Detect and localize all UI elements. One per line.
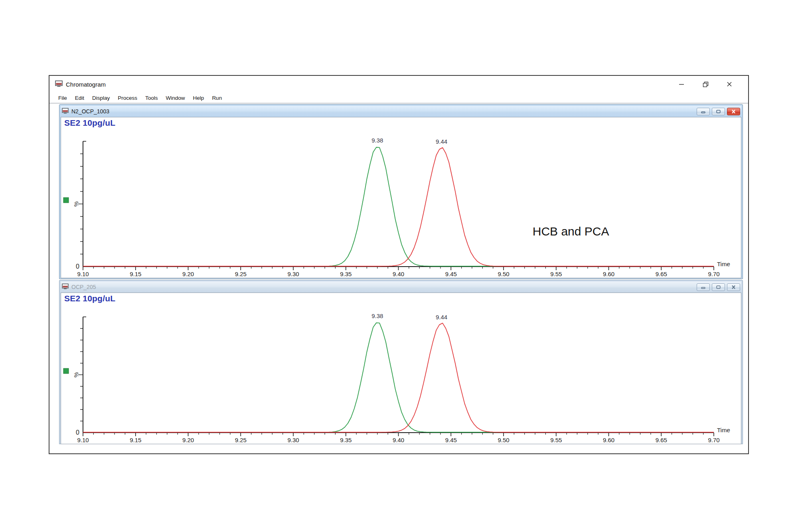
child2-maximize-icon[interactable]: [712, 283, 725, 291]
svg-text:%: %: [73, 372, 79, 377]
chromatogram-app-window: Chromatogram: [49, 75, 749, 454]
svg-text:9.65: 9.65: [656, 437, 667, 443]
svg-text:9.30: 9.30: [287, 437, 299, 443]
svg-text:Time: Time: [717, 427, 730, 433]
child-window-ocp-205: OCP_205: [59, 280, 743, 444]
child2-window-icon: [62, 283, 69, 291]
menu-bar: File Edit Display Process Tools Window H…: [49, 93, 748, 103]
child1-close-icon[interactable]: [727, 108, 740, 115]
window-controls: [677, 76, 734, 93]
svg-text:HCB and PCA: HCB and PCA: [533, 225, 609, 238]
svg-text:9.65: 9.65: [656, 271, 667, 277]
svg-text:9.10: 9.10: [77, 271, 89, 277]
svg-text:9.55: 9.55: [550, 437, 562, 443]
child1-caption-buttons: [697, 108, 740, 115]
menu-item-display[interactable]: Display: [88, 95, 114, 101]
child2-close-icon[interactable]: [727, 283, 740, 291]
svg-text:9.60: 9.60: [603, 271, 614, 277]
child1-minimize-icon[interactable]: [697, 108, 710, 115]
svg-text:9.15: 9.15: [130, 437, 141, 443]
child-window-n2-ocp-1003: N2_OCP_1003: [59, 104, 743, 279]
child1-title: N2_OCP_1003: [71, 108, 109, 115]
menu-item-window[interactable]: Window: [162, 95, 189, 101]
svg-text:9.35: 9.35: [340, 437, 352, 443]
child2-title: OCP_205: [71, 284, 96, 290]
menu-item-file[interactable]: File: [54, 95, 71, 101]
svg-text:9.70: 9.70: [708, 437, 719, 443]
svg-text:9.25: 9.25: [235, 437, 247, 443]
mdi-client-area: N2_OCP_1003: [49, 103, 748, 453]
close-icon[interactable]: [725, 80, 734, 89]
svg-text:9.38: 9.38: [371, 312, 383, 319]
svg-text:9.40: 9.40: [393, 437, 404, 443]
child2-minimize-icon[interactable]: [697, 283, 710, 291]
child1-window-icon: [62, 108, 69, 115]
child1-sample-label: SE2 10pg/uL: [64, 118, 115, 128]
svg-text:9.44: 9.44: [436, 314, 447, 320]
menu-item-edit[interactable]: Edit: [71, 95, 88, 101]
svg-text:9.55: 9.55: [550, 271, 562, 277]
chromatogram-plot-1: %09.109.159.209.259.309.359.409.459.509.…: [61, 117, 741, 278]
svg-text:9.15: 9.15: [130, 271, 141, 277]
child2-titlebar[interactable]: OCP_205: [61, 281, 741, 293]
svg-text:9.45: 9.45: [445, 437, 457, 443]
svg-text:Time: Time: [717, 261, 730, 267]
menu-item-process[interactable]: Process: [114, 95, 141, 101]
svg-text:0: 0: [76, 429, 79, 436]
screen: Chromatogram: [0, 0, 798, 532]
svg-text:9.50: 9.50: [498, 437, 509, 443]
svg-text:9.38: 9.38: [371, 137, 383, 144]
child1-plot-area: SE2 10pg/uL %09.109.159.209.259.309.359.…: [61, 117, 741, 278]
svg-text:9.40: 9.40: [393, 271, 404, 277]
svg-text:9.50: 9.50: [498, 271, 509, 277]
app-titlebar[interactable]: Chromatogram: [49, 76, 748, 93]
app-title: Chromatogram: [66, 81, 106, 88]
svg-text:9.44: 9.44: [436, 138, 447, 145]
child2-caption-buttons: [697, 283, 740, 291]
svg-text:0: 0: [76, 263, 79, 270]
app-icon: [55, 80, 63, 89]
child1-maximize-icon[interactable]: [712, 108, 725, 115]
svg-text:9.70: 9.70: [708, 271, 719, 277]
menu-item-tools[interactable]: Tools: [141, 95, 162, 101]
svg-text:9.60: 9.60: [603, 437, 614, 443]
chromatogram-plot-2: %09.109.159.209.259.309.359.409.459.509.…: [61, 293, 741, 444]
svg-text:9.45: 9.45: [445, 271, 457, 277]
svg-text:9.20: 9.20: [182, 437, 194, 443]
svg-text:9.20: 9.20: [182, 271, 194, 277]
svg-text:9.10: 9.10: [77, 437, 89, 443]
menu-item-help[interactable]: Help: [189, 95, 208, 101]
svg-text:9.30: 9.30: [287, 271, 299, 277]
child2-sample-label: SE2 10pg/uL: [64, 294, 115, 303]
svg-text:%: %: [73, 201, 79, 206]
menu-item-run[interactable]: Run: [208, 95, 226, 101]
child2-plot-area: SE2 10pg/uL %09.109.159.209.259.309.359.…: [61, 293, 741, 444]
restore-icon[interactable]: [701, 80, 710, 89]
child1-titlebar[interactable]: N2_OCP_1003: [61, 106, 741, 117]
svg-text:9.35: 9.35: [340, 271, 352, 277]
minimize-icon[interactable]: [677, 80, 686, 89]
svg-text:9.25: 9.25: [235, 271, 247, 277]
